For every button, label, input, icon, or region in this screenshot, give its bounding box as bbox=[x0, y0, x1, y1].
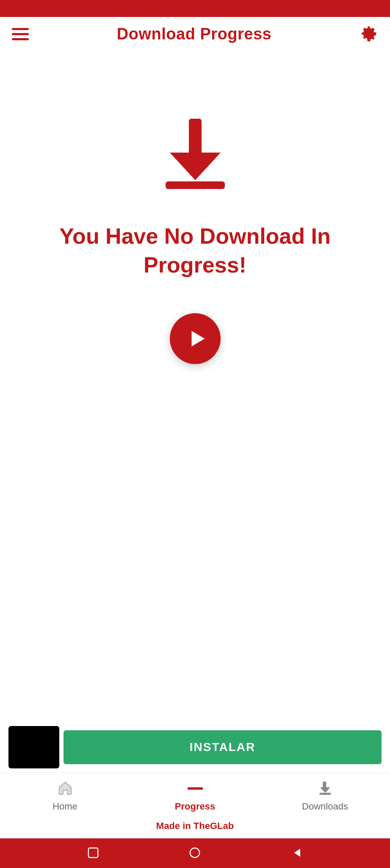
progress-icon bbox=[187, 780, 204, 798]
nav-item-downloads[interactable]: Downloads bbox=[260, 780, 390, 812]
svg-point-9 bbox=[190, 848, 199, 857]
system-square-button[interactable] bbox=[86, 846, 100, 861]
system-home-button[interactable] bbox=[188, 846, 202, 861]
status-bar bbox=[0, 0, 390, 17]
play-button[interactable] bbox=[170, 313, 221, 364]
nav-label-home: Home bbox=[53, 801, 77, 812]
system-nav-bar bbox=[0, 838, 390, 868]
downloads-icon bbox=[317, 780, 334, 798]
svg-marker-3 bbox=[191, 331, 205, 347]
download-icon-container bbox=[153, 110, 238, 197]
play-button-container bbox=[170, 313, 221, 364]
home-icon bbox=[57, 780, 74, 798]
nav-item-home[interactable]: Home bbox=[0, 780, 130, 812]
svg-rect-8 bbox=[89, 848, 98, 857]
svg-rect-7 bbox=[319, 793, 331, 795]
ad-thumbnail bbox=[8, 726, 59, 768]
svg-marker-10 bbox=[294, 849, 300, 857]
settings-icon[interactable] bbox=[360, 25, 378, 43]
svg-rect-4 bbox=[187, 787, 203, 790]
empty-state-message: You Have No Download In Progress! bbox=[17, 222, 373, 279]
ad-bar: INSTALAR bbox=[0, 722, 390, 773]
nav-label-progress: Progress bbox=[175, 801, 215, 812]
download-arrow-icon bbox=[153, 110, 238, 197]
nav-item-progress[interactable]: Progress bbox=[130, 780, 260, 812]
install-button[interactable]: INSTALAR bbox=[64, 730, 382, 764]
nav-label-downloads: Downloads bbox=[302, 801, 348, 812]
svg-rect-2 bbox=[166, 181, 225, 189]
svg-marker-6 bbox=[320, 787, 330, 793]
made-in-label: Made in TheGLab bbox=[0, 815, 390, 838]
bottom-nav: Home Progress Downloads bbox=[0, 773, 390, 815]
page-title: Download Progress bbox=[117, 25, 271, 43]
menu-button[interactable] bbox=[12, 28, 29, 40]
svg-marker-1 bbox=[170, 153, 221, 180]
system-back-button[interactable] bbox=[290, 846, 304, 861]
main-content: You Have No Download In Progress! bbox=[0, 51, 390, 722]
header: Download Progress bbox=[0, 17, 390, 51]
